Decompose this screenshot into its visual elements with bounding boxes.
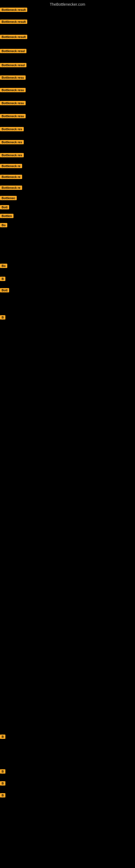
- list-item: Bott: [0, 205, 9, 211]
- list-item: Bott: [0, 288, 9, 293]
- list-item: B: [0, 769, 5, 775]
- bottleneck-result-badge[interactable]: Bo: [0, 223, 7, 227]
- bottleneck-result-badge[interactable]: Bottleneck resul: [0, 63, 27, 67]
- bottleneck-result-badge[interactable]: Bottleneck resu: [0, 101, 26, 105]
- list-item: Bottleneck res: [0, 153, 24, 158]
- list-item: Bottleneck resul: [0, 63, 27, 68]
- list-item: Bottleneck res: [0, 127, 24, 132]
- list-item: Bottleneck resu: [0, 75, 26, 81]
- bottleneck-result-badge[interactable]: Bott: [0, 288, 9, 292]
- bottleneck-result-badge[interactable]: Bottleneck re: [0, 186, 22, 190]
- bottleneck-result-badge[interactable]: Bottleneck res: [0, 127, 24, 131]
- list-item: Bo: [0, 223, 7, 228]
- bottleneck-result-badge[interactable]: Bottlenec: [0, 196, 17, 200]
- bottleneck-result-badge[interactable]: Bottleneck res: [0, 153, 24, 157]
- list-item: Bottlen: [0, 214, 13, 219]
- bottleneck-result-badge[interactable]: Bottleneck result: [0, 8, 27, 12]
- list-item: Bottleneck resu: [0, 114, 26, 119]
- bottleneck-result-badge[interactable]: Bottleneck re: [0, 164, 22, 168]
- list-item: B: [0, 735, 5, 740]
- list-item: Bottleneck resul: [0, 49, 27, 54]
- bottleneck-result-badge[interactable]: B: [0, 781, 5, 785]
- list-item: B: [0, 781, 5, 786]
- bottleneck-result-badge[interactable]: B: [0, 277, 5, 281]
- list-item: Bottleneck res: [0, 140, 24, 145]
- bottleneck-result-badge[interactable]: Bottleneck resul: [0, 49, 27, 53]
- bottleneck-result-badge[interactable]: Bott: [0, 205, 9, 209]
- bottleneck-result-badge[interactable]: Bottlen: [0, 214, 13, 218]
- bottleneck-result-badge[interactable]: Bottleneck re: [0, 175, 22, 179]
- list-item: Bottleneck resu: [0, 101, 26, 106]
- site-title: TheBottlenecker.com: [0, 0, 135, 8]
- bottleneck-result-badge[interactable]: Bottleneck res: [0, 140, 24, 144]
- bottleneck-result-badge[interactable]: B: [0, 793, 5, 798]
- bottleneck-result-badge[interactable]: B: [0, 315, 5, 319]
- bottleneck-result-badge[interactable]: Bo: [0, 264, 7, 268]
- bottleneck-result-badge[interactable]: Bottleneck result: [0, 35, 27, 39]
- bottleneck-result-badge[interactable]: Bottleneck resu: [0, 114, 26, 118]
- list-item: Bottleneck result: [0, 20, 27, 25]
- list-item: Bottleneck result: [0, 8, 27, 13]
- list-item: B: [0, 277, 5, 282]
- list-item: B: [0, 315, 5, 321]
- bottleneck-result-badge[interactable]: Bottleneck resu: [0, 88, 26, 92]
- bottleneck-result-badge[interactable]: Bottleneck resu: [0, 75, 26, 80]
- list-item: Bottleneck resu: [0, 88, 26, 93]
- list-item: Bottleneck re: [0, 164, 22, 169]
- bottleneck-result-badge[interactable]: B: [0, 735, 5, 739]
- list-item: Bottleneck result: [0, 35, 27, 40]
- bottleneck-result-badge[interactable]: Bottleneck result: [0, 20, 27, 24]
- list-item: Bo: [0, 264, 7, 269]
- list-item: B: [0, 793, 5, 799]
- list-item: Bottleneck re: [0, 175, 22, 180]
- list-item: Bottleneck re: [0, 186, 22, 191]
- bottleneck-result-badge[interactable]: B: [0, 769, 5, 774]
- list-item: Bottlenec: [0, 196, 17, 201]
